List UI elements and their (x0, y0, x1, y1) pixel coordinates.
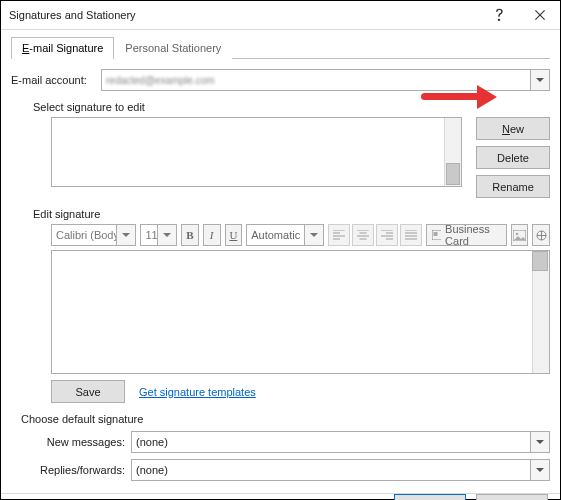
underline-button[interactable]: U (225, 224, 243, 246)
window-title: Signatures and Stationery (9, 9, 480, 21)
new-messages-value: (none) (136, 436, 545, 448)
insert-picture-button[interactable] (511, 224, 529, 246)
font-color-combo[interactable]: Automatic (246, 224, 324, 246)
font-size-value: 11 (145, 229, 157, 241)
align-group (328, 224, 422, 246)
chevron-down-icon (304, 225, 323, 245)
defaults-section: Choose default signature New messages: (… (21, 413, 550, 487)
close-button[interactable] (520, 1, 560, 29)
help-button[interactable] (480, 1, 520, 29)
new-messages-label: New messages: (21, 436, 131, 448)
chevron-down-icon (157, 225, 176, 245)
scrollbar[interactable] (444, 118, 461, 186)
dialog-footer: OK Cancel (1, 493, 560, 500)
font-value: Calibri (Body) (56, 229, 123, 241)
card-icon (432, 230, 441, 240)
save-button[interactable]: Save (51, 380, 125, 403)
bold-button[interactable]: B (181, 224, 199, 246)
svg-rect-1 (433, 232, 437, 236)
tabstrip: E-mail Signature Personal Stationery (11, 36, 550, 59)
replies-forwards-value: (none) (136, 464, 545, 476)
ok-button[interactable]: OK (394, 494, 466, 500)
email-account-label: E-mail account: (11, 74, 101, 86)
business-card-button[interactable]: Business Card (426, 224, 507, 246)
cancel-button[interactable]: Cancel (476, 494, 548, 500)
replies-forwards-combo[interactable]: (none) (131, 459, 550, 481)
chevron-down-icon (530, 70, 549, 90)
rename-button[interactable]: Rename (476, 175, 550, 198)
replies-forwards-row: Replies/forwards: (none) (21, 459, 550, 481)
email-account-row: E-mail account: redacted@example.com (11, 69, 550, 91)
business-card-label: Business Card (445, 223, 500, 247)
align-justify-button[interactable] (400, 224, 422, 246)
tab-email-signature[interactable]: E-mail Signature (11, 37, 114, 59)
scroll-thumb[interactable] (446, 163, 460, 185)
signature-editor[interactable] (51, 250, 550, 374)
new-messages-combo[interactable]: (none) (131, 431, 550, 453)
font-size-combo[interactable]: 11 (140, 224, 177, 246)
edit-signature-label: Edit signature (33, 208, 550, 220)
chevron-down-icon (116, 225, 135, 245)
select-signature-label: Select signature to edit (33, 101, 550, 113)
font-combo[interactable]: Calibri (Body) (51, 224, 136, 246)
defaults-header: Choose default signature (21, 413, 550, 425)
chevron-down-icon (530, 460, 549, 480)
svg-point-3 (516, 232, 519, 235)
scrollbar[interactable] (532, 251, 549, 373)
align-left-button[interactable] (328, 224, 350, 246)
align-center-button[interactable] (352, 224, 374, 246)
save-row: Save Get signature templates (51, 380, 550, 403)
align-right-button[interactable] (376, 224, 398, 246)
delete-button[interactable]: Delete (476, 146, 550, 169)
signatures-dialog: Signatures and Stationery E-mail Signatu… (0, 0, 561, 500)
signature-list-row: New Delete Rename (11, 117, 550, 198)
tab-personal-stationery[interactable]: Personal Stationery (114, 37, 232, 59)
signature-listbox[interactable] (51, 117, 462, 187)
scroll-thumb[interactable] (532, 251, 548, 271)
titlebar: Signatures and Stationery (1, 1, 560, 30)
font-color-value: Automatic (251, 229, 300, 241)
format-toolbar: Calibri (Body) 11 B I U Automatic (51, 224, 550, 246)
dialog-body: E-mail Signature Personal Stationery E-m… (1, 30, 560, 493)
get-templates-link[interactable]: Get signature templates (139, 386, 256, 398)
insert-hyperlink-button[interactable] (532, 224, 550, 246)
new-messages-row: New messages: (none) (21, 431, 550, 453)
email-account-combo[interactable]: redacted@example.com (101, 69, 550, 91)
new-button[interactable]: New (476, 117, 550, 140)
replies-forwards-label: Replies/forwards: (21, 464, 131, 476)
italic-button[interactable]: I (203, 224, 221, 246)
chevron-down-icon (530, 432, 549, 452)
signature-buttons: New Delete Rename (476, 117, 550, 198)
email-account-value: redacted@example.com (106, 75, 545, 86)
